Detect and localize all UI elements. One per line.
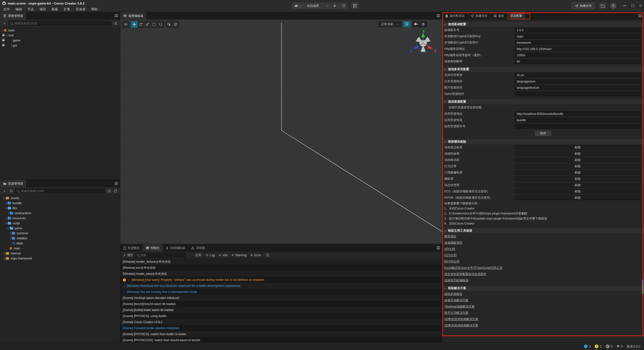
link-全栈开发解决方案[interactable]: 全栈开发解决方案 xyxy=(444,298,468,302)
add-asset-button[interactable]: + xyxy=(2,189,7,194)
preview-platform-button[interactable] xyxy=(292,2,304,9)
log-row[interactable]: [Window] render_texture文件夹存在 xyxy=(120,259,442,265)
status-bell[interactable]: 0 xyxy=(617,344,623,348)
link-教程项目[interactable]: 教程项目 xyxy=(444,234,456,239)
filter-info-checkbox[interactable]: ✓Info xyxy=(218,253,228,257)
hierarchy-menu-icon[interactable] xyxy=(114,14,118,17)
link-原生包热更新配置自动生成插件[interactable]: 原生包热更新配置自动生成插件 xyxy=(444,272,487,276)
trim-button[interactable]: 剔除 xyxy=(515,145,641,150)
console-menu-icon[interactable] xyxy=(436,246,440,249)
section-header[interactable]: 框架模块剔除 xyxy=(442,139,644,144)
play-button[interactable] xyxy=(331,2,339,9)
tree-node-resources[interactable]: resources xyxy=(0,216,120,221)
assets-search-input[interactable] xyxy=(21,189,103,193)
expand-arrow-icon[interactable] xyxy=(3,258,6,259)
log-row[interactable]: [Window] model_view文件夹存在 xyxy=(120,271,442,277)
field-input-Http服务器地址[interactable] xyxy=(515,47,641,51)
render-mode-dropdown[interactable]: 正常渲染 xyxy=(378,21,401,27)
console-search-input[interactable] xyxy=(141,253,184,257)
log-row[interactable]: [Scene] [PHYSICS]: switch from builtin t… xyxy=(120,331,442,337)
section-header[interactable]: 游戏多语言配置 xyxy=(442,67,644,72)
move-tool-button[interactable] xyxy=(131,21,138,28)
status-error[interactable]: ×0 xyxy=(606,344,613,348)
expand-arrow-icon[interactable] xyxy=(7,228,10,229)
log-row[interactable]: ›[Window] Download the Vue Devtools exte… xyxy=(120,283,442,289)
scrollbar-thumb[interactable] xyxy=(642,280,643,294)
camera-icon[interactable] xyxy=(413,23,420,26)
expand-arrow-icon[interactable] xyxy=(9,233,12,234)
restart-button[interactable] xyxy=(339,2,348,9)
gizmo-x-label[interactable]: X xyxy=(434,49,436,53)
menu-6[interactable]: 开发者 xyxy=(73,7,88,12)
assets-filter-icon[interactable] xyxy=(106,189,111,194)
section-header[interactable]: 游戏基础配置 xyxy=(442,22,644,27)
field-input-Http服务器请求超时（毫秒）[interactable] xyxy=(515,53,641,58)
ui-tool-button[interactable] xyxy=(157,21,164,28)
tab-scene[interactable]: 场景编辑器 xyxy=(120,12,146,20)
filter-warning-checkbox[interactable]: ✓Warning xyxy=(231,253,247,257)
menu-4[interactable]: 面板 xyxy=(49,7,61,12)
tab-动画编辑器[interactable]: 动画编辑器 xyxy=(163,244,188,252)
save-button[interactable]: 保存 xyxy=(535,131,551,136)
expand-arrow-icon[interactable] xyxy=(5,223,8,224)
trim-button[interactable]: 剔除 xyxy=(515,177,641,181)
scale-tool-button[interactable] xyxy=(144,21,151,28)
link-动画状态机编辑器[interactable]: 动画状态机编辑器 xyxy=(444,278,468,283)
section-header[interactable]: 框架文档工具链接 xyxy=(442,228,644,233)
menu-7[interactable]: 帮助 xyxy=(88,7,100,12)
close-button[interactable]: × xyxy=(639,5,641,7)
tab-资源预览[interactable]: 资源预览 xyxy=(120,244,143,252)
field-input-本地数据CryptoES加密IV[interactable] xyxy=(515,40,641,45)
link-Tiledmap地图解决方案[interactable]: Tiledmap地图解决方案 xyxy=(444,304,475,309)
sort-assets-icon[interactable] xyxy=(9,189,14,194)
log-row[interactable]: [Scene] [box2d]:box2d wasm lib loaded. xyxy=(120,301,442,307)
collapse-log-icon[interactable] xyxy=(265,253,270,258)
status-warn[interactable]: !1 xyxy=(595,344,601,348)
assets-menu-icon[interactable] xyxy=(114,182,118,185)
log-row[interactable]: [Scene] Cocos Creator v3.8.2 xyxy=(120,319,442,325)
field-input-本地数据CryptoES加密Key[interactable] xyxy=(515,34,641,39)
scene-menu-icon[interactable] xyxy=(436,14,440,17)
maximize-button[interactable] xyxy=(631,5,634,7)
field-input-远程资源版本号[interactable] xyxy=(515,124,641,129)
link-游戏模板项目[interactable]: 游戏模板项目 xyxy=(444,241,462,245)
tree-node-game[interactable]: game xyxy=(0,38,120,43)
expand-arrow-icon[interactable]: › xyxy=(123,284,125,287)
status-info[interactable]: i3 xyxy=(584,344,591,348)
section-header[interactable]: 游戏资源配置 xyxy=(442,99,644,104)
trim-button[interactable]: 剔除 xyxy=(515,151,641,156)
expand-arrow-icon[interactable] xyxy=(3,198,6,199)
tree-node-oops-framework[interactable]: oops-framework xyxy=(0,256,120,261)
field-input-文本资源路径[interactable] xyxy=(515,79,641,84)
preview-qr-button[interactable] xyxy=(351,2,359,10)
link-MVVM文档[interactable]: MVVM文档 xyxy=(444,259,459,264)
tab-属性检查器[interactable]: 属性检查器 xyxy=(442,12,468,20)
menu-0[interactable]: 文件 xyxy=(1,7,13,12)
tree-node-initialize[interactable]: initialize xyxy=(0,236,120,241)
log-row[interactable]: [Scene] [PHYSICS2D]: switch from box2d-w… xyxy=(120,337,442,342)
add-node-button[interactable]: + xyxy=(2,21,7,26)
expand-arrow-icon[interactable] xyxy=(5,217,8,219)
minimize-button[interactable] xyxy=(623,6,626,6)
expand-arrow-icon[interactable] xyxy=(5,35,9,36)
gear-icon[interactable] xyxy=(420,22,427,26)
snap-tool-button[interactable] xyxy=(166,21,172,28)
assets-search[interactable] xyxy=(15,189,105,193)
expand-arrow-icon[interactable] xyxy=(1,30,4,31)
log-row[interactable]: ›[Window] You are running Vue in develop… xyxy=(120,289,442,295)
gizmo-cube-button[interactable] xyxy=(172,21,179,28)
refresh-assets-icon[interactable] xyxy=(113,189,118,194)
log-row[interactable]: [Scene] meshopt wasm decoder initialized xyxy=(120,295,442,301)
expand-arrow-icon[interactable] xyxy=(5,208,8,209)
tab-hierarchy[interactable]: 层级管理器 xyxy=(0,12,26,20)
link-新手引导解决方案[interactable]: 新手引导解决方案 xyxy=(444,311,468,315)
tree-node-bundle[interactable]: bundle xyxy=(0,201,120,206)
link-3D角色扮演游戏解决方案[interactable]: 3D角色扮演游戏解决方案 xyxy=(444,323,478,328)
expand-arrow-icon[interactable]: › xyxy=(123,290,125,293)
gizmo-z-label[interactable]: Z xyxy=(410,49,412,53)
tab-服务[interactable]: 服务 xyxy=(491,12,507,20)
tab-构建发布[interactable]: 构建发布 xyxy=(468,12,491,20)
regex-checkbox[interactable]: ✓ 正则 xyxy=(191,253,201,257)
expand-arrow-icon[interactable] xyxy=(3,253,6,254)
field-input-游戏版本号[interactable] xyxy=(515,28,641,32)
